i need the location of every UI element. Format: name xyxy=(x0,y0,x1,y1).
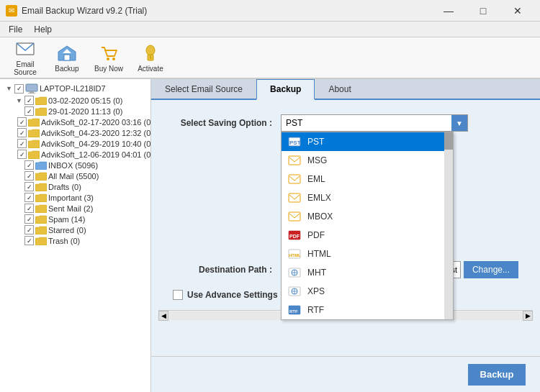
checkbox-starred[interactable]: ✓ xyxy=(24,225,34,234)
checkbox-spam[interactable]: ✓ xyxy=(24,214,34,224)
label-sentmail: Sent Mail (2) xyxy=(48,204,93,213)
label-4: AdvikSoft_04-29-2019 10:40 (0) xyxy=(41,140,151,148)
tree-item-1[interactable]: ✓ 29-01-2020 11:13 (0) xyxy=(16,106,148,117)
minimize-button[interactable]: — xyxy=(432,0,465,22)
menu-help[interactable]: Help xyxy=(28,23,58,36)
label-0: 03-02-2020 05:15 (0) xyxy=(48,96,122,105)
svg-point-9 xyxy=(150,55,151,57)
checkbox-drafts[interactable]: ✓ xyxy=(24,182,34,191)
rtf-icon: RTF xyxy=(287,304,302,316)
label-inbox: INBOX (5096) xyxy=(48,161,98,170)
label-starred: Starred (0) xyxy=(48,226,86,234)
checkbox-0[interactable]: ✓ xyxy=(24,96,34,105)
msg-label: MSG xyxy=(307,155,327,165)
checkbox-inbox[interactable]: ✓ xyxy=(24,160,34,170)
checkbox-allmail[interactable]: ✓ xyxy=(24,171,34,181)
saving-option-dropdown[interactable]: PST PST MSG xyxy=(281,132,454,320)
window-controls: — □ ✕ xyxy=(432,0,534,22)
dropdown-item-pst[interactable]: PST PST xyxy=(282,132,453,151)
backup-button[interactable]: Backup xyxy=(48,40,86,76)
checkbox-trash[interactable]: ✓ xyxy=(24,236,34,245)
expand-icon xyxy=(16,216,23,223)
dropdown-item-eml[interactable]: EML xyxy=(282,170,453,188)
backup-action-button[interactable]: Backup xyxy=(468,364,526,386)
checkbox-2[interactable]: ✓ xyxy=(17,117,27,127)
tree-item-drafts[interactable]: ✓ Drafts (0) xyxy=(16,181,148,192)
buy-now-button[interactable]: Buy Now xyxy=(89,40,128,76)
dropdown-item-msg[interactable]: MSG xyxy=(282,151,453,170)
tree-item-5[interactable]: ✓ AdvikSoft_12-06-2019 04:01 (0) xyxy=(16,149,148,160)
dropdown-item-pdf[interactable]: PDF PDF xyxy=(282,226,453,245)
dropdown-item-xps[interactable]: XPS xyxy=(282,282,453,301)
scroll-right-button[interactable]: ▶ xyxy=(523,311,533,321)
email-source-button[interactable]: Email Source xyxy=(6,40,45,76)
expand-icon: ▼ xyxy=(16,97,23,104)
dropdown-item-mbox[interactable]: MBOX xyxy=(282,207,453,226)
tree-item-starred[interactable]: ✓ Starred (0) xyxy=(16,224,148,235)
expand-icon xyxy=(16,173,23,180)
svg-rect-11 xyxy=(30,91,34,93)
expand-icon xyxy=(16,183,23,191)
tree-item-3[interactable]: ✓ AdvikSoft_04-23-2020 12:32 (0) xyxy=(16,127,148,138)
tree-item-0[interactable]: ▼ ✓ 03-02-2020 05:15 (0) xyxy=(16,95,148,106)
backup-label: Backup xyxy=(55,65,78,73)
checkbox-5[interactable]: ✓ xyxy=(17,150,27,159)
emlx-label: EMLX xyxy=(307,193,331,203)
buy-now-icon xyxy=(99,43,119,63)
dropdown-item-html[interactable]: HTML HTML xyxy=(282,245,453,263)
checkbox-1[interactable]: ✓ xyxy=(24,106,34,116)
drafts-icon xyxy=(35,183,47,191)
advance-label[interactable]: Use Advance Settings xyxy=(187,290,278,300)
menu-file[interactable]: File xyxy=(3,23,28,36)
tree-item-2[interactable]: ✓ AdvikSoft_02-17-2020 03:16 (0) xyxy=(16,117,148,127)
dropdown-item-mht[interactable]: MHT xyxy=(282,263,453,282)
checkbox-3[interactable]: ✓ xyxy=(17,128,27,137)
folder-icon xyxy=(28,150,40,159)
label-1: 29-01-2020 11:13 (0) xyxy=(48,107,122,116)
trash-icon xyxy=(35,237,47,245)
tree-item-inbox[interactable]: ✓ INBOX (5096) xyxy=(16,160,148,170)
tree-item-sentmail[interactable]: ✓ Sent Mail (2) xyxy=(16,203,148,214)
tree-item-allmail[interactable]: ✓ All Mail (5500) xyxy=(16,170,148,181)
eml-icon xyxy=(287,173,302,186)
maximize-button[interactable]: □ xyxy=(467,0,500,22)
computer-icon xyxy=(25,83,38,94)
activate-button[interactable]: Activate xyxy=(131,40,170,76)
dropdown-item-emlx[interactable]: EMLX xyxy=(282,188,453,207)
advance-checkbox[interactable] xyxy=(173,290,183,300)
destination-label: Destination Path : xyxy=(173,265,281,275)
close-button[interactable]: ✕ xyxy=(501,0,534,22)
label-5: AdvikSoft_12-06-2019 04:01 (0) xyxy=(41,150,151,159)
svg-point-6 xyxy=(146,45,155,55)
scroll-left-button[interactable]: ◀ xyxy=(158,311,168,321)
svg-rect-16 xyxy=(289,175,300,183)
dropdown-item-rtf[interactable]: RTF RTF xyxy=(282,301,453,319)
label-spam: Spam (14) xyxy=(48,215,85,224)
svg-point-5 xyxy=(112,58,115,60)
tree-root[interactable]: ▼ ✓ LAPTOP-IL218ID7 xyxy=(6,82,148,95)
checkbox-4[interactable]: ✓ xyxy=(17,139,27,148)
tree-item-spam[interactable]: ✓ Spam (14) xyxy=(16,214,148,224)
checkbox-important[interactable]: ✓ xyxy=(24,193,34,202)
tree-item-4[interactable]: ✓ AdvikSoft_04-29-2019 10:40 (0) xyxy=(16,138,148,149)
checkbox-sentmail[interactable]: ✓ xyxy=(24,204,34,213)
expand-icon xyxy=(16,194,23,201)
tab-backup[interactable]: Backup xyxy=(256,79,315,100)
dropdown-scrollbar[interactable] xyxy=(444,132,453,319)
window-title: Email Backup Wizard v9.2 (Trial) xyxy=(22,6,147,16)
saving-option-select[interactable]: PST ▼ xyxy=(281,114,468,132)
scrollbar-thumb xyxy=(444,132,453,150)
tab-select-email-source[interactable]: Select Email Source xyxy=(151,79,256,100)
change-button[interactable]: Change... xyxy=(464,261,518,278)
label-2: AdvikSoft_02-17-2020 03:16 (0) xyxy=(41,118,151,127)
tree-item-trash[interactable]: ✓ Trash (0) xyxy=(16,235,148,246)
sentmail-icon xyxy=(35,204,47,213)
tab-about[interactable]: About xyxy=(315,79,364,100)
saving-option-row: Select Saving Option : PST ▼ PST xyxy=(173,114,518,132)
folder-icon xyxy=(28,129,40,137)
svg-text:RTF: RTF xyxy=(289,309,298,314)
root-checkbox[interactable]: ✓ xyxy=(14,84,24,94)
svg-rect-2 xyxy=(64,55,70,60)
tree-item-important[interactable]: ✓ Important (3) xyxy=(16,192,148,203)
select-value: PST xyxy=(286,118,302,128)
